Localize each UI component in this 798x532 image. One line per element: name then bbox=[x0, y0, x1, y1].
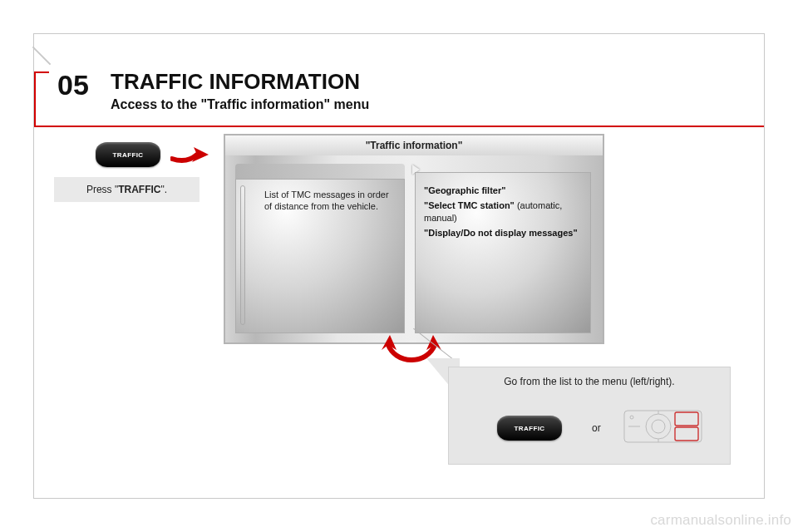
watermark: carmanualsonline.info bbox=[650, 512, 791, 529]
traffic-hardware-button-small: TRAFFIC bbox=[497, 416, 562, 441]
screen-title: "Traffic information" bbox=[366, 140, 463, 151]
corner-notch bbox=[32, 47, 52, 66]
press-traffic-instruction: Press "TRAFFIC". bbox=[54, 177, 200, 202]
callout-text: Go from the list to the menu (left/right… bbox=[449, 376, 730, 387]
section-number: 05 bbox=[57, 69, 89, 101]
arrow-right-icon bbox=[170, 144, 212, 169]
tmc-list-description: List of TMC messages in order of distanc… bbox=[264, 190, 389, 211]
header-rule-top bbox=[34, 71, 49, 73]
tmc-list-pane: List of TMC messages in order of distanc… bbox=[235, 179, 405, 333]
svg-point-2 bbox=[652, 420, 665, 433]
manual-page: 05 TRAFFIC INFORMATION Access to the "Tr… bbox=[33, 33, 765, 499]
scrollbar bbox=[240, 185, 245, 325]
traffic-hardware-button: TRAFFIC bbox=[96, 142, 160, 167]
svg-point-8 bbox=[630, 416, 633, 419]
page-header: 05 TRAFFIC INFORMATION Access to the "Tr… bbox=[34, 34, 764, 127]
page-body: TRAFFIC Press "TRAFFIC". "Traffic inform… bbox=[34, 127, 764, 498]
header-rule-vertical bbox=[34, 71, 36, 127]
menu-pane: "Geographic filter" "Select TMC station"… bbox=[415, 172, 591, 333]
callout-or-label: or bbox=[592, 422, 601, 434]
instruction-suffix: ". bbox=[161, 184, 168, 195]
page-title: TRAFFIC INFORMATION bbox=[111, 69, 360, 95]
menu-option-select-tmc: "Select TMC station" bbox=[424, 200, 515, 210]
menu-option-geographic-filter: "Geographic filter" bbox=[424, 185, 582, 196]
svg-rect-5 bbox=[675, 412, 698, 426]
infotainment-screen: "Traffic information" List of TMC messag… bbox=[224, 134, 604, 344]
rotary-controller-icon bbox=[623, 406, 702, 447]
navigation-callout: Go from the list to the menu (left/right… bbox=[448, 367, 731, 465]
instruction-prefix: Press " bbox=[86, 184, 118, 195]
instruction-bold: TRAFFIC bbox=[118, 184, 160, 195]
traffic-button-label: TRAFFIC bbox=[112, 151, 143, 159]
menu-option-display-messages: "Display/Do not display messages" bbox=[424, 227, 582, 239]
svg-rect-6 bbox=[675, 427, 698, 441]
traffic-button-label-small: TRAFFIC bbox=[514, 425, 544, 432]
svg-point-1 bbox=[646, 414, 671, 439]
page-subtitle: Access to the "Traffic information" menu bbox=[111, 97, 369, 112]
screen-tab bbox=[235, 164, 405, 179]
screen-title-bar: "Traffic information" bbox=[225, 135, 603, 155]
